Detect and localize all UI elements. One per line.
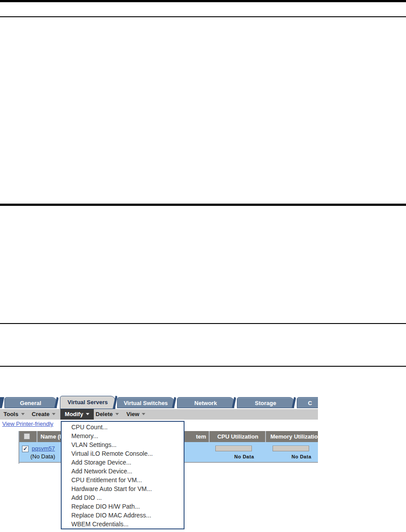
menu-item-cpu-count[interactable]: CPU Count... [62,423,184,432]
cpu-utilization-value: No Data [214,454,254,459]
create-menu-label: Create [32,411,49,417]
memory-utilization-bar [273,446,309,451]
column-header-cpu-utilization: CPU Utilization [210,431,266,442]
top-black-bar [0,0,406,2]
menu-item-wbem-credentials[interactable]: WBEM Credentials... [62,520,184,528]
tab-virtual-switches[interactable]: Virtual Switches [117,397,174,408]
column-divider [37,431,37,442]
menu-item-virtual-ilo-remote-console[interactable]: Virtual iLO Remote Console... [62,449,184,458]
tab-general[interactable]: General [4,397,57,408]
view-printer-friendly-link[interactable]: View Printer-friendly [2,420,53,427]
tools-menu-button[interactable]: Tools [4,409,25,420]
column-header-system-cut: tem [196,431,206,442]
menu-item-add-dio[interactable]: Add DIO ... [62,493,184,502]
chevron-down-icon [142,413,145,415]
memory-utilization-value: No Data [272,454,311,459]
modify-menu-label: Modify [65,411,83,417]
tab-configure-cut[interactable]: C [297,397,318,408]
delete-menu-label: Delete [96,411,113,417]
tab-virtual-servers[interactable]: Virtual Servers [60,396,115,409]
row-checkbox-checked[interactable]: ✓ [22,446,29,452]
menu-item-memory[interactable]: Memory... [62,432,184,440]
select-all-checkbox[interactable] [24,433,30,439]
delete-menu-button[interactable]: Delete [96,409,119,420]
menu-item-cpu-entitlement-for-vm[interactable]: CPU Entitlement for VM... [62,476,184,484]
partial-tab-edge [0,397,4,408]
vm-name-link[interactable]: pqsvm57 [32,445,55,452]
chevron-down-icon [115,413,119,415]
view-menu-button[interactable]: View [126,409,145,420]
horizontal-rule-2 [0,204,406,206]
horizontal-rule-4 [0,366,406,367]
tab-storage[interactable]: Storage [237,397,294,408]
document-page: General Virtual Servers Virtual Switches… [0,0,406,532]
menu-item-replace-dio-mac-address[interactable]: Replace DIO MAC Address... [62,511,184,520]
actions-toolbar: Tools Create Modify Delete View [0,409,318,420]
menu-item-replace-dio-hw-path[interactable]: Replace DIO H/W Path... [62,502,184,511]
vm-status-text: (No Data) [30,453,55,460]
chevron-down-icon [21,413,25,415]
menu-item-vlan-settings[interactable]: VLAN Settings... [62,440,184,449]
menu-item-add-storage-device[interactable]: Add Storage Device... [62,458,184,467]
tab-network[interactable]: Network [177,397,234,408]
modify-menu-button[interactable]: Modify [60,409,94,420]
menu-item-hardware-auto-start-for-vm[interactable]: Hardware Auto Start for VM... [62,484,184,493]
create-menu-button[interactable]: Create [32,409,55,420]
column-header-memory-utilization: Memory Utilizatio [270,431,318,442]
modify-dropdown-menu: CPU Count... Memory... VLAN Settings... … [61,421,185,529]
menu-item-add-network-device[interactable]: Add Network Device... [62,467,184,476]
horizontal-rule-3 [0,323,406,324]
cpu-utilization-bar [215,446,252,451]
chevron-down-icon [52,413,55,415]
tools-menu-label: Tools [4,411,18,417]
column-divider [265,431,266,442]
chevron-down-icon [86,413,89,415]
horizontal-rule-1 [0,16,406,17]
vm-manager-screenshot: General Virtual Servers Virtual Switches… [0,395,318,530]
view-menu-label: View [126,411,139,417]
